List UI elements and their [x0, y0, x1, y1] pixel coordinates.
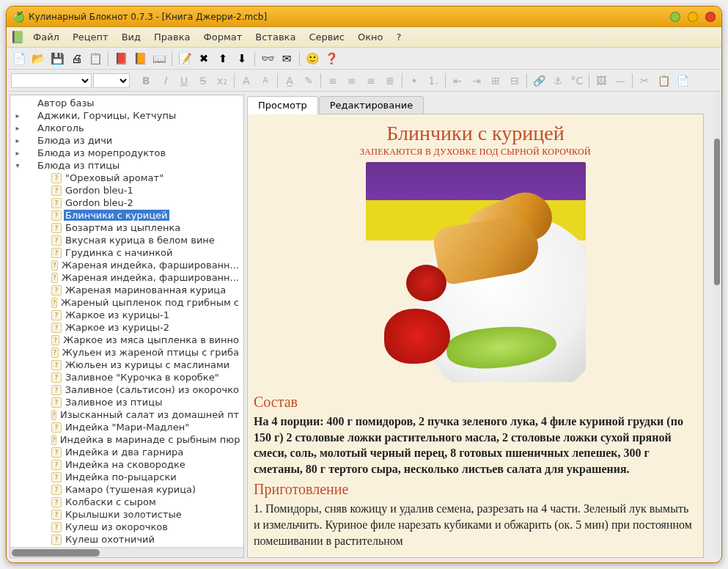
tree-category[interactable]: ▸Аджики, Горчицы, Кетчупы [10, 109, 243, 122]
tree-recipe[interactable]: ?Индейка и два гарнира [10, 446, 243, 458]
tab-edit[interactable]: Редактирование [319, 96, 424, 114]
tree-recipe[interactable]: ?Кулеш охотничий [10, 533, 243, 546]
anchor-button[interactable]: ⚓ [549, 73, 567, 89]
tree-scroll[interactable]: Автор базы▸Аджики, Горчицы, Кетчупы▸Алко… [10, 95, 243, 547]
maximize-button[interactable] [688, 12, 698, 22]
menu-recipe[interactable]: Рецепт [67, 29, 114, 45]
image-button[interactable]: 🖼 [592, 73, 610, 89]
menu-format[interactable]: Формат [198, 29, 249, 45]
delete-icon[interactable]: ✖ [196, 51, 212, 67]
open-icon[interactable]: 📂 [30, 51, 46, 67]
degree-button[interactable]: °C [568, 73, 586, 89]
tree-recipe[interactable]: ?Жареная маринованная курица [10, 284, 243, 296]
tree-recipe[interactable]: ?Колбаски с сыром [10, 496, 243, 508]
tree-category[interactable]: ▸Блюда из морепродуктов [10, 147, 243, 159]
tree-recipe[interactable]: ?Бозартма из цыпленка [10, 221, 243, 234]
tree-category[interactable]: Автор базы [10, 97, 243, 109]
edit-icon[interactable]: 📝 [177, 51, 193, 67]
up-icon[interactable]: ⬆ [215, 51, 231, 67]
menu-edit[interactable]: Правка [148, 29, 196, 45]
italic-button[interactable]: I [156, 73, 174, 89]
size-combo[interactable] [93, 73, 130, 88]
close-button[interactable] [705, 12, 716, 22]
tree-category[interactable]: ▸Алкоголь [10, 122, 243, 134]
tree-recipe[interactable]: ?Заливное из птицы [10, 396, 243, 408]
subscript-button[interactable]: x₂ [213, 73, 231, 89]
table-insert-button[interactable]: ⊞ [487, 73, 504, 89]
font-bigger-button[interactable]: A [238, 73, 255, 89]
menu-view[interactable]: Вид [116, 29, 147, 45]
font-color-button[interactable]: A̲ [281, 73, 298, 89]
down-icon[interactable]: ⬇ [234, 51, 250, 67]
mail-icon[interactable]: ✉ [279, 51, 295, 67]
new-icon[interactable]: 📄 [11, 51, 27, 67]
tree-recipe[interactable]: ?Заливное "Курочка в коробке" [10, 371, 243, 383]
tree-recipe[interactable]: ?Жаркое из курицы-2 [10, 321, 243, 334]
print-icon[interactable]: 🖨 [68, 51, 84, 67]
align-right-button[interactable]: ≡ [362, 73, 380, 89]
minimize-button[interactable] [670, 12, 680, 22]
book2-icon[interactable]: 📙 [132, 51, 148, 67]
font-combo[interactable] [11, 73, 92, 88]
table-remove-button[interactable]: ⊟ [506, 73, 523, 89]
tree-category[interactable]: ▸Блюда из дичи [10, 134, 243, 147]
tree-recipe[interactable]: ?Жюльен из курицы с маслинами [10, 359, 243, 371]
align-left-button[interactable]: ≡ [324, 73, 342, 89]
highlight-button[interactable]: ✎ [300, 73, 317, 89]
bullet-list-button[interactable]: • [405, 73, 423, 89]
tree-recipe[interactable]: ?Блинчики с курицей [10, 209, 243, 221]
menu-help[interactable]: ? [391, 29, 408, 45]
hscroll-thumb[interactable] [12, 549, 100, 557]
smile-icon[interactable]: 🙂 [304, 51, 320, 67]
menu-service[interactable]: Сервис [303, 29, 350, 45]
help-icon[interactable]: ❓ [323, 51, 339, 67]
tree-recipe[interactable]: ?Жареная индейка, фаршированн... [10, 271, 243, 284]
underline-button[interactable]: U [175, 73, 193, 89]
menu-insert[interactable]: Вставка [249, 29, 301, 45]
hr-button[interactable]: — [611, 73, 629, 89]
tree-recipe[interactable]: ?Жареная индейка, фаршированн... [10, 259, 243, 271]
tree-recipe[interactable]: ?"Ореховый аромат" [10, 172, 243, 184]
tree-recipe[interactable]: ?Индейка по-рыцарски [10, 471, 243, 483]
tree-recipe[interactable]: ?Заливное (сальтисон) из окорочко [10, 383, 243, 396]
tree-recipe[interactable]: ?Вкусная курица в белом вине [10, 234, 243, 246]
tree-recipe[interactable]: ?Грудинка с начинкой [10, 246, 243, 259]
tree-category[interactable]: ▾Блюда из птицы [10, 159, 243, 172]
tree-recipe[interactable]: ?Изысканный салат из домашней пт [10, 408, 243, 421]
paste-button[interactable]: 📄 [674, 73, 691, 89]
tree-recipe[interactable]: ?Gordon bleu-1 [10, 184, 243, 197]
cut-button[interactable]: ✂ [636, 73, 653, 89]
font-smaller-button[interactable]: A [257, 73, 274, 89]
tree-recipe[interactable]: ?Жаркое из мяса цыпленка в винно [10, 334, 243, 346]
save-icon[interactable]: 💾 [49, 51, 65, 67]
outer-vscroll[interactable] [713, 95, 721, 558]
tree-recipe[interactable]: ?Gordon bleu-2 [10, 197, 243, 209]
align-justify-button[interactable]: ≣ [381, 73, 399, 89]
tree-recipe[interactable]: ?Жульен из жареной птицы с гриба [10, 346, 243, 359]
outdent-button[interactable]: ⇤ [449, 73, 466, 89]
link-button[interactable]: 🔗 [530, 73, 548, 89]
find-icon[interactable]: 👓 [260, 51, 276, 67]
tree-recipe[interactable]: ?Кулеш из окорочков [10, 521, 243, 533]
book1-icon[interactable]: 📕 [113, 51, 129, 67]
preview-pane[interactable]: Блинчики с курицей ЗАПЕКАЮТСЯ В ДУХОВКЕ … [247, 114, 704, 558]
strike-button[interactable]: S [194, 73, 212, 89]
copy-button[interactable]: 📋 [655, 73, 672, 89]
bold-button[interactable]: B [137, 73, 155, 89]
align-center-button[interactable]: ≡ [343, 73, 361, 89]
tree-recipe[interactable]: ?Жаркое из курицы-1 [10, 309, 243, 321]
tree-recipe[interactable]: ?Жареный цыпленок под грибным с [10, 296, 243, 309]
tab-preview[interactable]: Просмотр [247, 96, 318, 114]
tree-recipe[interactable]: ?Индейка на сковородке [10, 458, 243, 471]
indent-button[interactable]: ⇥ [468, 73, 485, 89]
vscroll-thumb[interactable] [714, 139, 720, 285]
number-list-button[interactable]: 1. [424, 73, 442, 89]
tree-recipe[interactable]: ?Крылышки золотистые [10, 508, 243, 521]
menu-window[interactable]: Окно [352, 29, 389, 45]
menu-file[interactable]: Файл [27, 29, 65, 45]
book3-icon[interactable]: 📖 [151, 51, 167, 67]
clipboard-icon[interactable]: 📋 [87, 51, 103, 67]
tree-recipe[interactable]: ?Индейка в маринаде с рыбным пюр [10, 433, 243, 446]
tree-recipe[interactable]: ?Камаро (тушеная курица) [10, 483, 243, 496]
tree-recipe[interactable]: ?Индейка "Мари-Мадлен" [10, 421, 243, 433]
